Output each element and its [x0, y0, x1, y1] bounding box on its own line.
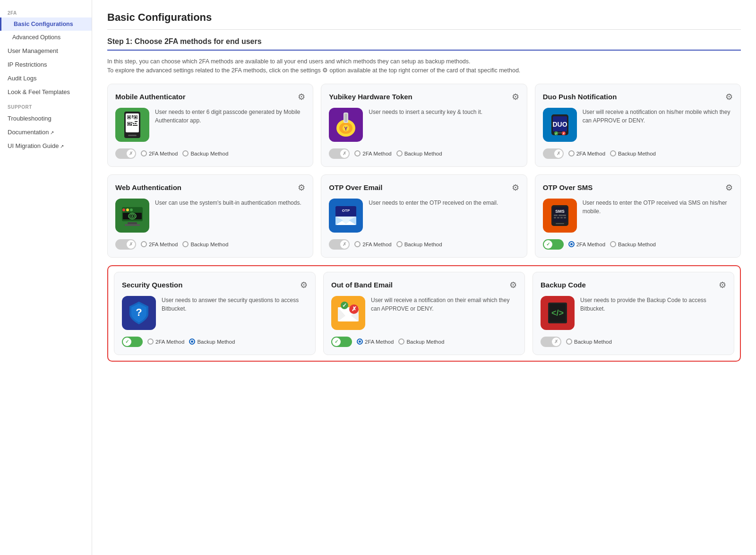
card-header-8: Backup Code⚙: [541, 280, 726, 290]
radio-tfa-circle-7: [357, 338, 363, 345]
radio-backup-circle-5: [610, 241, 616, 247]
card-footer-2: ✗2FA MethodBackup Method: [543, 148, 733, 159]
card-desc-7: User will receive a notification on thei…: [371, 296, 517, 313]
sidebar-item-ui-migration[interactable]: UI Migration Guide↗: [0, 139, 92, 153]
sidebar-item-user-management[interactable]: User Management: [0, 44, 92, 58]
radio-backup-0[interactable]: Backup Method: [182, 150, 228, 156]
sidebar: 2FA Basic Configurations Advanced Option…: [0, 0, 92, 555]
page-divider: [107, 29, 741, 30]
card-icon-7: ✗ ✓: [331, 296, 365, 330]
page-title: Basic Configurations: [107, 11, 741, 24]
toggle-3[interactable]: ✗: [115, 239, 136, 250]
radio-backup-5[interactable]: Backup Method: [610, 241, 656, 247]
gear-icon-5[interactable]: ⚙: [725, 182, 733, 193]
radio-tfa-2[interactable]: 2FA Method: [568, 150, 605, 156]
svg-rect-14: [131, 122, 132, 123]
toggle-5[interactable]: ✓: [543, 239, 564, 250]
card-desc-4: User needs to enter the OTP received on …: [369, 199, 519, 207]
card-header-3: Web Authentication⚙: [115, 182, 305, 193]
radio-backup-7[interactable]: Backup Method: [398, 338, 444, 345]
card-header-4: OTP Over Email⚙: [329, 182, 519, 193]
radio-backup-1[interactable]: Backup Method: [396, 150, 442, 156]
radio-tfa-1[interactable]: 2FA Method: [354, 150, 391, 156]
radio-group-2: 2FA MethodBackup Method: [568, 150, 656, 156]
radio-backup-6[interactable]: Backup Method: [189, 338, 235, 345]
gear-icon-4[interactable]: ⚙: [512, 182, 519, 193]
toggle-0[interactable]: ✗: [115, 148, 136, 159]
toggle-8[interactable]: ✗: [541, 337, 561, 347]
main-content: Basic Configurations Step 1: Choose 2FA …: [92, 0, 756, 555]
sidebar-item-troubleshooting[interactable]: Troubleshooting: [0, 112, 92, 125]
sidebar-item-ip-restrictions[interactable]: IP Restrictions: [0, 58, 92, 71]
sidebar-item-look-feel[interactable]: Look & Feel Templates: [0, 85, 92, 99]
svg-rect-5: [128, 116, 130, 118]
svg-point-36: [126, 208, 129, 211]
radio-group-8: Backup Method: [566, 338, 612, 345]
gear-icon-6[interactable]: ⚙: [300, 280, 308, 290]
radio-tfa-label-2: 2FA Method: [576, 151, 605, 156]
method-card-2: Duo Push Notification⚙ DUO ✓ ✗ User will…: [535, 84, 741, 167]
svg-text:✓: ✓: [555, 131, 558, 135]
svg-rect-16: [135, 121, 137, 122]
toggle-4[interactable]: ✗: [329, 239, 350, 250]
card-title-3: Web Authentication: [115, 183, 181, 191]
svg-text:✗: ✗: [562, 131, 565, 135]
radio-tfa-3[interactable]: 2FA Method: [141, 241, 178, 247]
method-card-3: Web Authentication⚙ User can use the sys…: [107, 174, 313, 258]
cards-container: Mobile Authenticator⚙ User needs to ente…: [107, 84, 741, 362]
svg-rect-60: [556, 223, 564, 224]
sidebar-item-advanced-options[interactable]: Advanced Options: [0, 31, 92, 44]
radio-backup-8[interactable]: Backup Method: [566, 338, 612, 345]
card-desc-3: User can use the system's built-in authe…: [155, 199, 305, 207]
radio-tfa-label-7: 2FA Method: [365, 339, 394, 345]
gear-icon-7[interactable]: ⚙: [509, 280, 517, 290]
step-divider: [107, 50, 741, 51]
card-icon-1: Y: [329, 108, 363, 142]
radio-backup-label-2: Backup Method: [618, 151, 656, 156]
toggle-1[interactable]: ✗: [329, 148, 350, 159]
radio-tfa-5[interactable]: 2FA Method: [568, 241, 605, 247]
radio-tfa-0[interactable]: 2FA Method: [141, 150, 178, 156]
radio-backup-3[interactable]: Backup Method: [182, 241, 228, 247]
svg-text:</>: </>: [551, 308, 564, 318]
card-desc-8: User needs to provide the Backup Code to…: [580, 296, 726, 313]
toggle-knob-8: ✗: [552, 338, 560, 346]
step-title: Step 1: Choose 2FA methods for end users: [107, 37, 741, 46]
gear-icon-2[interactable]: ⚙: [725, 92, 733, 102]
radio-backup-2[interactable]: Backup Method: [610, 150, 656, 156]
radio-tfa-circle-3: [141, 241, 147, 247]
card-body-6: ? User needs to answer the security ques…: [122, 296, 308, 330]
radio-tfa-7[interactable]: 2FA Method: [357, 338, 394, 345]
cards-row-3: Security Question⚙ ? User needs to answe…: [107, 265, 741, 362]
svg-text:DUO: DUO: [552, 121, 567, 128]
radio-backup-label-4: Backup Method: [404, 242, 442, 247]
card-footer-0: ✗2FA MethodBackup Method: [115, 148, 305, 159]
toggle-knob-7: ✓: [332, 338, 341, 346]
toggle-knob-1: ✗: [340, 149, 349, 158]
radio-tfa-6[interactable]: 2FA Method: [147, 338, 184, 345]
card-title-5: OTP Over SMS: [543, 183, 593, 191]
card-body-1: Y User needs to insert a security key & …: [329, 108, 519, 142]
gear-icon-8[interactable]: ⚙: [719, 280, 726, 290]
toggle-knob-2: ✗: [554, 149, 563, 158]
gear-icon-3[interactable]: ⚙: [298, 182, 305, 193]
sidebar-item-documentation[interactable]: Documentation↗: [0, 125, 92, 139]
radio-tfa-4[interactable]: 2FA Method: [354, 241, 391, 247]
radio-backup-4[interactable]: Backup Method: [396, 241, 442, 247]
toggle-2[interactable]: ✗: [543, 148, 564, 159]
toggle-6[interactable]: ✓: [122, 337, 143, 347]
toggle-7[interactable]: ✓: [331, 337, 352, 347]
card-header-2: Duo Push Notification⚙: [543, 92, 733, 102]
card-header-0: Mobile Authenticator⚙: [115, 92, 305, 102]
gear-icon-1[interactable]: ⚙: [512, 92, 519, 102]
gear-icon-0[interactable]: ⚙: [298, 92, 305, 102]
sidebar-item-basic-config[interactable]: Basic Configurations: [0, 17, 92, 31]
radio-tfa-circle-1: [354, 150, 361, 156]
radio-backup-label-6: Backup Method: [197, 339, 235, 345]
svg-rect-57: [557, 217, 559, 218]
svg-rect-25: [344, 113, 347, 122]
sidebar-item-audit-logs[interactable]: Audit Logs: [0, 71, 92, 85]
sidebar-section-2fa: 2FA: [0, 5, 92, 17]
svg-rect-11: [128, 123, 130, 125]
radio-group-4: 2FA MethodBackup Method: [354, 241, 442, 247]
